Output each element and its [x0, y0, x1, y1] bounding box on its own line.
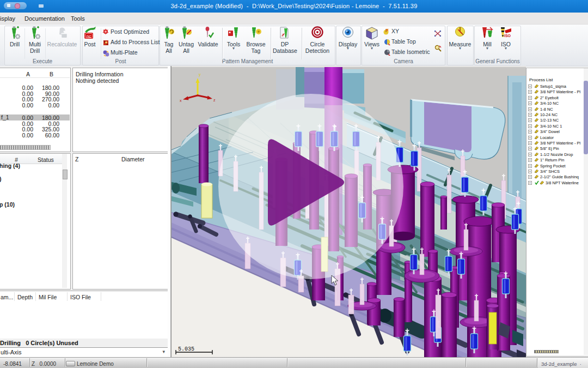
svg-text:z: z	[213, 98, 216, 102]
svg-text:nc: nc	[87, 34, 91, 39]
svg-text:y: y	[199, 73, 201, 77]
svg-text:x: x	[180, 99, 182, 102]
svg-text:ISO: ISO	[504, 34, 511, 38]
svg-text:5.035: 5.035	[178, 346, 194, 352]
